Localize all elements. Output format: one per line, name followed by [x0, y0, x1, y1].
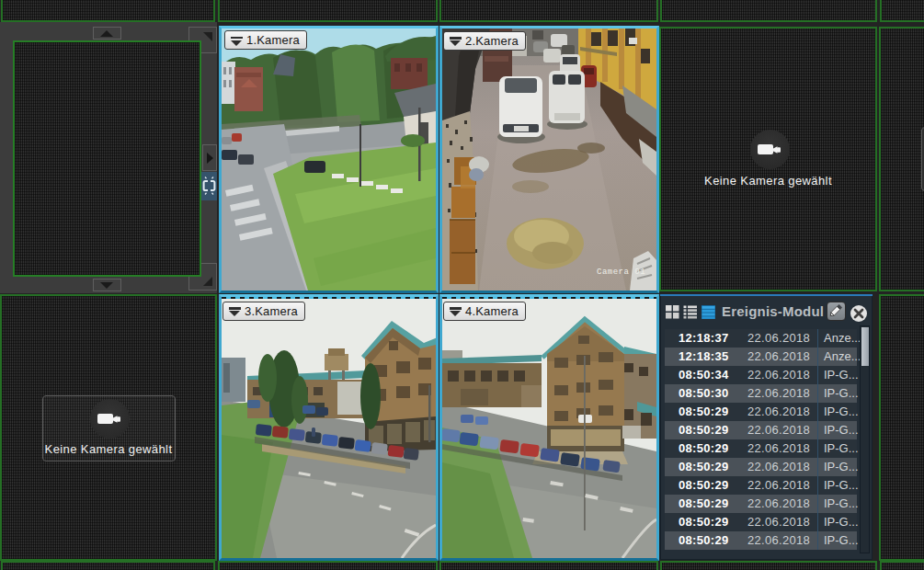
svg-text:Camera 01: Camera 01 [597, 268, 645, 277]
